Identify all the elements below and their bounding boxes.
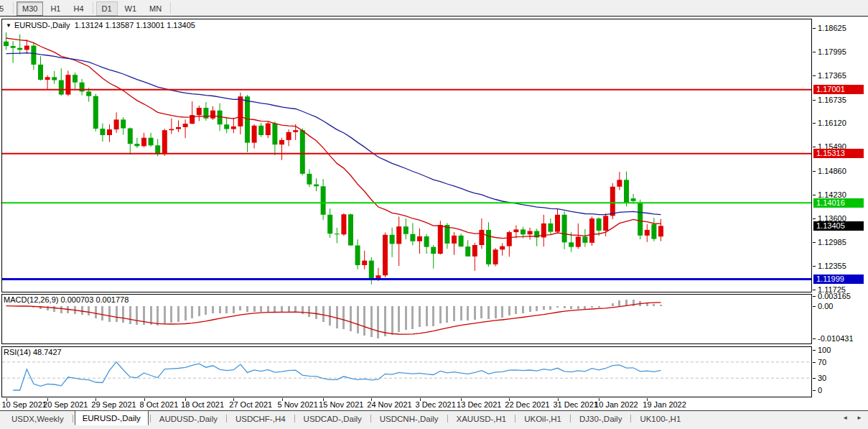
axis-tick-mark: [813, 362, 816, 363]
axis-tick-mark: [813, 266, 816, 267]
tab-usdchf-h4[interactable]: USDCHF-,H4: [228, 412, 293, 425]
toolbar-separator: [13, 2, 14, 14]
symbol-dropdown-icon[interactable]: ▼: [6, 22, 11, 29]
toolbar-separator: [93, 2, 93, 14]
tab-dj30-daily[interactable]: DJ30-,Daily: [572, 412, 629, 425]
timeframe-button-5[interactable]: 5: [0, 1, 10, 16]
price-badge: 1.15313: [813, 149, 864, 158]
symbol-ohlc-values: 1.13124 1.13587 1.13001 1.13405: [75, 21, 195, 29]
axis-tick-mark: [813, 242, 816, 243]
date-tick-label: 18 Oct 2021: [181, 400, 224, 409]
date-tick-label: 10 Sep 2021: [2, 400, 47, 409]
chart-tab-bar: USDX,WeeklyEURUSD-,DailyAUDUSD-,DailyUSD…: [0, 410, 868, 429]
axis-tick-label: 30: [818, 374, 826, 382]
timeframe-button-d1[interactable]: D1: [96, 1, 118, 16]
axis-tick-label: 0.00: [818, 302, 833, 310]
axis-tick-label: 1.17995: [818, 47, 846, 56]
tab-divider: [515, 415, 515, 423]
axis-tick-label: 1.16735: [818, 96, 846, 104]
date-tick-label: 20 Sep 2021: [43, 400, 88, 409]
axis-tick-mark: [813, 350, 816, 351]
rsi-panel[interactable]: [1, 346, 812, 397]
axis-tick-label: 1.16120: [818, 119, 846, 127]
tab-eurusd-daily[interactable]: EURUSD-,Daily: [75, 410, 149, 425]
axis-tick-mark: [813, 147, 816, 147]
axis-tick-label: 0.003165: [818, 292, 851, 300]
tab-scroll-left-icon[interactable]: ◄: [842, 415, 848, 421]
timeframe-button-h4[interactable]: H4: [67, 1, 89, 16]
axis-tick-mark: [813, 52, 816, 52]
date-tick-label: 22 Dec 2021: [505, 400, 549, 409]
axis-tick-mark: [813, 378, 816, 379]
date-tick-label: 5 Nov 2021: [278, 400, 318, 409]
symbol-title: EURUSD-,Daily: [14, 21, 70, 29]
axis-tick-mark: [813, 123, 816, 124]
tab-divider: [447, 415, 448, 423]
date-tick-label: 13 Dec 2021: [457, 400, 501, 409]
price-badge: 1.11999: [813, 275, 864, 284]
tab-divider: [570, 415, 571, 423]
axis-tick-label: 1.12985: [818, 238, 846, 246]
tab-divider: [73, 415, 73, 423]
candlestick-series: [4, 32, 663, 285]
timeframe-toolbar: 5M30H1H4D1W1MN: [0, 0, 868, 16]
axis-tick-mark: [813, 338, 816, 339]
date-tick-label: 8 Oct 2021: [140, 400, 179, 409]
tab-uk100-h1[interactable]: UK100-,H1: [633, 412, 688, 425]
tab-divider: [294, 415, 295, 423]
date-tick-label: 3 Dec 2021: [416, 400, 456, 409]
tab-divider: [370, 415, 371, 423]
axis-tick-mark: [813, 171, 816, 172]
price-badge: 1.13405: [813, 221, 864, 231]
tab-usdcad-daily[interactable]: USDCAD-,Daily: [297, 412, 369, 425]
axis-tick-label: 1.12355: [818, 262, 846, 270]
axis-tick-label: -0.010431: [818, 334, 854, 343]
axis-tick-mark: [813, 75, 816, 76]
tab-usdcnh-daily[interactable]: USDCNH-,Daily: [373, 412, 446, 425]
axis-tick-mark: [813, 296, 816, 297]
toolbar-separator: [170, 2, 171, 14]
rsi-line: [13, 362, 661, 390]
timeframe-button-mn[interactable]: MN: [144, 1, 167, 16]
axis-tick-label: 1.17365: [818, 71, 846, 80]
axis-tick-mark: [813, 100, 816, 101]
tab-divider: [150, 415, 151, 423]
timeframe-button-w1[interactable]: W1: [119, 1, 143, 16]
axis-tick-label: 100: [818, 346, 831, 354]
axis-tick-mark: [813, 28, 816, 29]
tab-ukoil-h1[interactable]: UKOil-,H1: [517, 412, 569, 425]
tab-scroll-right-icon[interactable]: ►: [857, 415, 862, 421]
rsi-panel-border: [2, 347, 812, 397]
date-tick-label: 29 Sep 2021: [91, 400, 136, 409]
timeframe-button-m30[interactable]: M30: [17, 1, 43, 16]
main-chart-border: [2, 19, 812, 292]
price-badge: 1.17001: [813, 85, 864, 94]
trading-platform-window: 5M30H1H4D1W1MN ▼EURUSD-,Daily 1.13124 1.…: [0, 0, 868, 429]
macd-indicator-label: MACD(12,26,9) 0.000703 0.001778: [4, 295, 129, 304]
axis-tick-label: 1.14860: [818, 167, 846, 175]
axis-tick-label: 1.18625: [818, 24, 846, 32]
date-tick-label: 31 Dec 2021: [554, 400, 598, 409]
panel-divider[interactable]: [0, 345, 812, 347]
price-axis[interactable]: 1.186251.179951.173651.167351.161201.154…: [813, 17, 868, 411]
axis-tick-mark: [813, 195, 816, 195]
timeframe-button-h1[interactable]: H1: [45, 1, 66, 16]
macd-histogram: [6, 300, 661, 338]
axis-tick-label: 70: [818, 358, 826, 366]
date-tick-label: 19 Jan 2022: [643, 400, 686, 409]
date-tick-label: 10 Jan 2022: [594, 400, 638, 409]
tab-usdx-weekly[interactable]: USDX,Weekly: [4, 412, 71, 425]
price-badge: 1.14016: [813, 198, 864, 208]
axis-tick-mark: [813, 306, 816, 307]
main-chart[interactable]: [1, 19, 812, 292]
tab-divider: [630, 415, 631, 423]
tab-xauusd-h1[interactable]: XAUUSD-,H1: [449, 412, 514, 425]
axis-tick-mark: [813, 290, 816, 290]
macd-signal-line: [6, 303, 661, 334]
date-tick-label: 27 Oct 2021: [229, 400, 272, 409]
tab-audusd-daily[interactable]: AUDUSD-,Daily: [152, 412, 225, 425]
date-tick-label: 24 Nov 2021: [367, 400, 411, 409]
date-tick-label: 15 Nov 2021: [319, 400, 363, 409]
panel-divider[interactable]: [0, 292, 812, 295]
tab-divider: [226, 415, 227, 423]
